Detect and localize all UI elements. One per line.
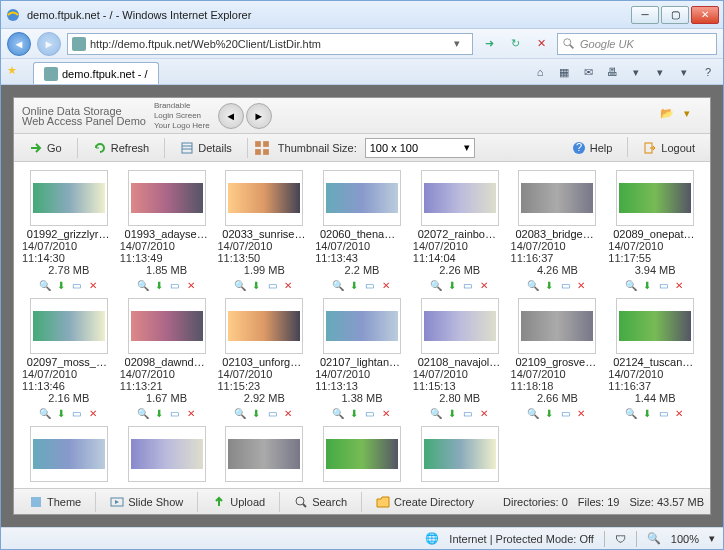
thumbnail[interactable] [30, 298, 108, 354]
close-button[interactable]: ✕ [691, 6, 719, 24]
rename-icon[interactable]: ▭ [363, 406, 377, 420]
download-icon[interactable]: ⬇ [640, 278, 654, 292]
safety-icon[interactable]: ▾ [651, 63, 669, 81]
delete-icon[interactable]: ✕ [477, 406, 491, 420]
zoom-icon[interactable]: 🔍 [136, 278, 150, 292]
download-icon[interactable]: ⬇ [445, 406, 459, 420]
thumbnail[interactable] [518, 298, 596, 354]
zoom-icon[interactable]: 🔍 [526, 406, 540, 420]
rename-icon[interactable]: ▭ [265, 406, 279, 420]
zoom-icon[interactable]: 🔍 [136, 406, 150, 420]
go-button[interactable]: ➜ [479, 34, 499, 54]
favorites-icon[interactable]: ★ [7, 64, 27, 84]
file-item[interactable]: 02108_navajoland_2... 14/07/2010 11:15:1… [413, 298, 507, 420]
download-icon[interactable]: ⬇ [542, 406, 556, 420]
file-item-partial[interactable] [413, 426, 507, 482]
file-item-partial[interactable] [315, 426, 409, 482]
zoom-dropdown[interactable]: ▾ [709, 532, 715, 545]
download-icon[interactable]: ⬇ [54, 406, 68, 420]
zoom-icon[interactable]: 🔍 [429, 278, 443, 292]
zoom-icon[interactable]: 🔍 [624, 278, 638, 292]
feeds-icon[interactable]: ▦ [555, 63, 573, 81]
zoom-icon[interactable]: 🔍 [331, 406, 345, 420]
thumbnail[interactable] [421, 298, 499, 354]
rename-icon[interactable]: ▭ [558, 406, 572, 420]
thumbnail[interactable] [616, 170, 694, 226]
search-box[interactable]: Google UK [557, 33, 717, 55]
file-item[interactable]: 02072_rainbowandt... 14/07/2010 11:14:04… [413, 170, 507, 292]
refresh-toolbar-button[interactable]: Refresh [84, 137, 159, 159]
thumbnail[interactable] [128, 426, 206, 482]
file-item[interactable]: 02060_thenameofth... 14/07/2010 11:13:43… [315, 170, 409, 292]
rename-icon[interactable]: ▭ [168, 406, 182, 420]
rename-icon[interactable]: ▭ [70, 278, 84, 292]
file-item[interactable]: 01993_adaysend_25... 14/07/2010 11:13:49… [120, 170, 214, 292]
delete-icon[interactable]: ✕ [184, 278, 198, 292]
zoom-icon[interactable]: 🔍 [647, 532, 661, 545]
rename-icon[interactable]: ▭ [461, 278, 475, 292]
zoom-icon[interactable]: 🔍 [429, 406, 443, 420]
download-icon[interactable]: ⬇ [445, 278, 459, 292]
zoom-icon[interactable]: 🔍 [233, 278, 247, 292]
thumbnail[interactable] [30, 170, 108, 226]
delete-icon[interactable]: ✕ [672, 278, 686, 292]
delete-icon[interactable]: ✕ [574, 406, 588, 420]
thumbnail[interactable] [323, 426, 401, 482]
download-icon[interactable]: ⬇ [249, 278, 263, 292]
zoom-icon[interactable]: 🔍 [624, 406, 638, 420]
forward-button[interactable]: ► [37, 32, 61, 56]
file-item[interactable]: 02089_onepath_256... 14/07/2010 11:17:55… [608, 170, 702, 292]
help-tab-icon[interactable]: ? [699, 63, 717, 81]
download-icon[interactable]: ⬇ [542, 278, 556, 292]
zoom-icon[interactable]: 🔍 [233, 406, 247, 420]
thumbnail[interactable] [323, 298, 401, 354]
rename-icon[interactable]: ▭ [558, 278, 572, 292]
folder-open-icon[interactable]: 📂 [660, 107, 678, 125]
panel-back-button[interactable]: ◄ [218, 103, 244, 129]
file-item[interactable]: 02083_bridge_2560x... 14/07/2010 11:16:3… [511, 170, 605, 292]
thumbnail[interactable] [616, 298, 694, 354]
url-input[interactable] [90, 38, 450, 50]
delete-icon[interactable]: ✕ [86, 278, 100, 292]
active-tab[interactable]: demo.ftpuk.net - / [33, 62, 159, 84]
delete-icon[interactable]: ✕ [477, 278, 491, 292]
zoom-icon[interactable]: 🔍 [38, 278, 52, 292]
delete-icon[interactable]: ✕ [184, 406, 198, 420]
rename-icon[interactable]: ▭ [363, 278, 377, 292]
maximize-button[interactable]: ▢ [661, 6, 689, 24]
minimize-button[interactable]: ─ [631, 6, 659, 24]
download-icon[interactable]: ⬇ [347, 278, 361, 292]
rename-icon[interactable]: ▭ [168, 278, 182, 292]
read-mail-icon[interactable]: ✉ [579, 63, 597, 81]
delete-icon[interactable]: ✕ [672, 406, 686, 420]
upload-button[interactable]: Upload [203, 491, 274, 513]
download-icon[interactable]: ⬇ [347, 406, 361, 420]
createdir-button[interactable]: Create Directory [367, 491, 483, 513]
download-icon[interactable]: ⬇ [152, 406, 166, 420]
file-item[interactable]: 02103_unforgettabl... 14/07/2010 11:15:2… [217, 298, 311, 420]
address-bar[interactable]: ▾ [67, 33, 473, 55]
zoom-icon[interactable]: 🔍 [331, 278, 345, 292]
details-toolbar-button[interactable]: Details [171, 137, 241, 159]
file-item[interactable]: 02098_dawndepartu... 14/07/2010 11:13:21… [120, 298, 214, 420]
protected-mode-icon[interactable]: 🛡 [615, 533, 626, 545]
thumbnail[interactable] [225, 170, 303, 226]
delete-icon[interactable]: ✕ [379, 278, 393, 292]
dropdown-icon[interactable]: ▾ [684, 107, 702, 125]
download-icon[interactable]: ⬇ [640, 406, 654, 420]
delete-icon[interactable]: ✕ [281, 278, 295, 292]
file-item[interactable]: 02109_grosvernerar... 14/07/2010 11:18:1… [511, 298, 605, 420]
home-icon[interactable]: ⌂ [531, 63, 549, 81]
rename-icon[interactable]: ▭ [656, 406, 670, 420]
thumbnail[interactable] [421, 170, 499, 226]
download-icon[interactable]: ⬇ [249, 406, 263, 420]
file-item[interactable]: 02124_tuscansunset... 14/07/2010 11:16:3… [608, 298, 702, 420]
address-dropdown[interactable]: ▾ [454, 37, 468, 50]
delete-icon[interactable]: ✕ [379, 406, 393, 420]
page-menu-icon[interactable]: ▾ [627, 63, 645, 81]
panel-forward-button[interactable]: ► [246, 103, 272, 129]
stop-button[interactable]: ✕ [531, 34, 551, 54]
delete-icon[interactable]: ✕ [574, 278, 588, 292]
thumbnail[interactable] [225, 426, 303, 482]
rename-icon[interactable]: ▭ [265, 278, 279, 292]
